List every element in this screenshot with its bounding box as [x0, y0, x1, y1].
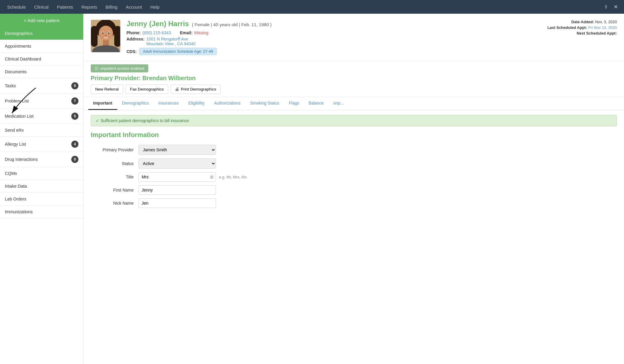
patient-name: Jenny (Jen) Harris — [126, 20, 189, 28]
sidebar: + Add new patient Demographics Appointme… — [0, 14, 84, 364]
sidebar-item-documents[interactable]: Documents — [0, 66, 83, 78]
tab-important[interactable]: Important — [88, 97, 117, 110]
onpatient-badge: ☑ onpatient access enabled — [91, 64, 148, 72]
last-scheduled-value: Fri Nov 13, 2020 — [588, 25, 617, 30]
title-hint: e.g. Mr, Mrs, Ms — [219, 175, 247, 179]
sidebar-label-allergy-list: Allergy List — [5, 142, 26, 147]
nav-help[interactable]: Help — [146, 0, 164, 14]
drug-interactions-badge: 0 — [71, 156, 78, 163]
patient-avatar — [91, 20, 121, 52]
success-banner: ✓ Sufficient patient demographics to bil… — [91, 115, 617, 126]
first-name-input[interactable] — [138, 185, 216, 195]
email-detail: Email: Missing — [180, 30, 208, 35]
title-field-label: Title — [91, 175, 138, 179]
caduceus-icon: ⚕ — [602, 4, 611, 10]
next-scheduled-row: Next Scheduled Appt: — [547, 31, 617, 35]
nick-name-input[interactable] — [138, 198, 216, 208]
svg-rect-5 — [114, 26, 121, 47]
last-scheduled-label: Last Scheduled Appt: — [547, 25, 587, 30]
sidebar-label-drug-interactions: Drug Interactions — [5, 157, 38, 162]
tab-authorizations[interactable]: Authorizations — [209, 97, 245, 110]
date-added-value: Nov. 3, 2020 — [595, 20, 617, 24]
status-select[interactable]: ActiveInactive — [138, 158, 216, 169]
action-buttons: New Referral Fax Demographics 🖨 Print De… — [91, 85, 617, 94]
sidebar-item-appointments[interactable]: Appointments — [0, 40, 83, 53]
sidebar-label-immunizations: Immunizations — [5, 209, 33, 214]
top-nav: Schedule Clinical Patients Reports Billi… — [0, 0, 624, 14]
sidebar-item-intake-data[interactable]: Intake Data — [0, 180, 83, 193]
tab-demographics[interactable]: Demographics — [117, 97, 154, 110]
fax-demographics-button[interactable]: Fax Demographics — [126, 85, 168, 94]
nav-clinical[interactable]: Clinical — [30, 0, 53, 14]
right-info: Date Added: Nov. 3, 2020 Last Scheduled … — [547, 20, 617, 55]
check-icon: ☑ — [95, 66, 98, 71]
tab-flags[interactable]: Flags — [284, 97, 304, 110]
phone-value: (650) 215-6343 — [142, 30, 171, 35]
print-demographics-button[interactable]: 🖨 Print Demographics — [171, 85, 221, 94]
nav-account[interactable]: Account — [122, 0, 146, 14]
printer-icon: 🖨 — [175, 87, 179, 91]
svg-point-10 — [102, 32, 104, 34]
sidebar-item-cqms[interactable]: CQMs — [0, 167, 83, 180]
phone-detail: Phone: (650) 215-6343 — [126, 30, 171, 35]
sidebar-item-medication-list[interactable]: Medication List 5 — [0, 109, 83, 124]
status-field-label: Status — [91, 161, 138, 166]
sidebar-item-problem-list[interactable]: Problem List 7 — [0, 94, 83, 109]
tab-onp[interactable]: onp... — [328, 97, 348, 110]
patient-header: Jenny (Jen) Harris ( Female | 40 years o… — [84, 14, 624, 61]
cds-label: CDS: — [126, 49, 137, 54]
section-title: Important Information — [91, 131, 617, 139]
tab-balance[interactable]: Balance — [304, 97, 329, 110]
sidebar-label-medication-list: Medication List — [5, 114, 34, 119]
patient-name-row: Jenny (Jen) Harris ( Female | 40 years o… — [126, 20, 541, 28]
sidebar-label-documents: Documents — [5, 69, 27, 74]
add-patient-button[interactable]: + Add new patient — [0, 14, 83, 27]
medication-list-badge: 5 — [71, 113, 78, 120]
patient-photo — [91, 20, 121, 52]
cds-row: CDS: Adult Immunization Schedule Age: 27… — [126, 48, 541, 55]
sidebar-item-send-erx[interactable]: Send eRx — [0, 124, 83, 137]
nav-patients[interactable]: Patients — [53, 0, 77, 14]
nav-reports[interactable]: Reports — [77, 0, 101, 14]
title-input-wrap: ⊞ — [138, 172, 216, 182]
next-scheduled-label: Next Scheduled Appt: — [577, 31, 617, 35]
tab-smoking-status[interactable]: Smoking Status — [245, 97, 284, 110]
tab-eligibility[interactable]: Eligibility — [183, 97, 209, 110]
svg-point-11 — [108, 32, 110, 34]
close-icon[interactable]: ✕ — [611, 4, 621, 10]
sidebar-item-allergy-list[interactable]: Allergy List 4 — [0, 137, 83, 152]
sidebar-item-clinical-dashboard[interactable]: Clinical Dashboard — [0, 53, 83, 66]
first-name-row: First Name — [91, 185, 617, 195]
sidebar-label-send-erx: Send eRx — [5, 128, 24, 133]
nick-name-label: Nick Name — [91, 201, 138, 206]
sidebar-label-cqms: CQMs — [5, 171, 17, 176]
cds-badge[interactable]: Adult Immunization Schedule Age: 27-49 — [139, 48, 217, 55]
address-value: 1001 N Rengstorff Ave Mountain View , CA… — [146, 37, 196, 46]
tab-insurances[interactable]: Insurances — [154, 97, 183, 110]
onpatient-label: onpatient access enabled — [100, 66, 144, 71]
patient-info: Jenny (Jen) Harris ( Female | 40 years o… — [126, 20, 541, 55]
tabs-bar: Important Demographics Insurances Eligib… — [84, 97, 624, 110]
main-layout: + Add new patient Demographics Appointme… — [0, 14, 624, 364]
primary-provider-row: Primary Provider James SmithBrendan Wilb… — [91, 145, 617, 155]
sidebar-item-demographics[interactable]: Demographics — [0, 27, 83, 40]
primary-provider-label: Primary Provider: Brendan Wilberton — [91, 75, 617, 82]
sidebar-item-lab-orders[interactable]: Lab Orders — [0, 193, 83, 206]
phone-label: Phone: — [126, 30, 140, 35]
title-input[interactable] — [138, 172, 216, 182]
date-added-row: Date Added: Nov. 3, 2020 — [547, 20, 617, 24]
provider-bar: ☑ onpatient access enabled Primary Provi… — [84, 61, 624, 97]
problem-list-badge: 7 — [71, 97, 78, 105]
last-scheduled-row: Last Scheduled Appt: Fri Nov 13, 2020 — [547, 25, 617, 30]
nav-billing[interactable]: Billing — [101, 0, 122, 14]
sidebar-item-immunizations[interactable]: Immunizations — [0, 206, 83, 218]
sidebar-item-tasks[interactable]: Tasks 0 — [0, 78, 83, 94]
new-referral-button[interactable]: New Referral — [91, 85, 123, 94]
svg-rect-4 — [91, 26, 98, 47]
first-name-label: First Name — [91, 188, 138, 192]
content-area: ✓ Sufficient patient demographics to bil… — [84, 110, 624, 216]
nav-schedule[interactable]: Schedule — [3, 0, 30, 14]
patient-details-row: Phone: (650) 215-6343 Email: Missing — [126, 30, 541, 35]
sidebar-item-drug-interactions[interactable]: Drug Interactions 0 — [0, 152, 83, 167]
primary-provider-select[interactable]: James SmithBrendan Wilberton — [138, 145, 216, 155]
